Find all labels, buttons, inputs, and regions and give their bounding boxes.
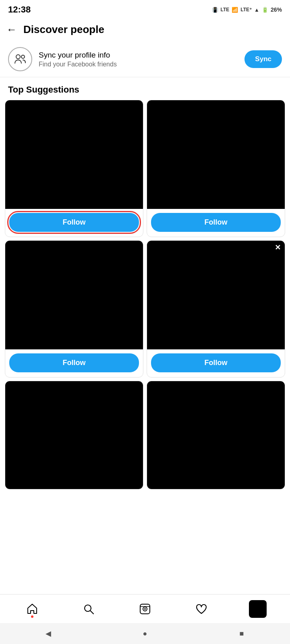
suggestion-card-5 xyxy=(5,381,143,489)
sync-subtitle: Find your Facebook friends xyxy=(39,61,238,68)
top-suggestions-title: Top Suggestions xyxy=(0,77,290,100)
suggestion-card-3: Follow xyxy=(5,240,143,378)
svg-point-0 xyxy=(16,55,20,59)
page-title: Discover people xyxy=(23,23,104,36)
sync-title: Sync your profile info xyxy=(39,51,238,60)
card-image-3 xyxy=(5,241,143,349)
card-image-4: ✕ xyxy=(147,241,285,349)
svg-line-3 xyxy=(90,611,93,614)
lte-icon: LTE xyxy=(221,7,230,12)
android-recents-icon: ■ xyxy=(240,630,244,638)
follow-button-2[interactable]: Follow xyxy=(151,213,281,232)
android-home-icon: ● xyxy=(143,630,147,638)
people-sync-icon xyxy=(13,52,27,66)
back-button[interactable]: ← xyxy=(6,23,17,36)
reels-icon xyxy=(139,603,151,615)
card-image-2 xyxy=(147,100,285,209)
android-home-button[interactable]: ● xyxy=(133,625,157,642)
vibrate-icon: 📳 xyxy=(212,7,218,13)
wifi-icon: 📶 xyxy=(232,7,238,13)
svg-point-1 xyxy=(21,55,25,58)
battery-pct: 26% xyxy=(271,6,282,13)
suggestions-grid: Follow Follow Follow ✕ Follow xyxy=(0,100,290,489)
suggestion-card-6 xyxy=(147,381,285,489)
nav-reels[interactable] xyxy=(129,597,161,621)
suggestion-card-1: Follow xyxy=(5,100,143,237)
sync-text-container: Sync your profile info Find your Faceboo… xyxy=(39,51,238,68)
sync-icon-circle xyxy=(8,47,32,71)
sync-section: Sync your profile info Find your Faceboo… xyxy=(0,41,290,77)
nav-profile[interactable] xyxy=(242,597,274,621)
close-button-4[interactable]: ✕ xyxy=(275,244,281,251)
search-icon xyxy=(82,603,95,615)
android-nav-bar: ◀ ● ■ xyxy=(0,623,290,644)
header: ← Discover people xyxy=(0,18,290,41)
card-image-1 xyxy=(5,100,143,209)
profile-avatar xyxy=(249,600,267,618)
suggestion-card-2: Follow xyxy=(147,100,285,237)
status-time: 12:38 xyxy=(8,4,31,15)
status-icons: 📳 LTE 📶 LTE⁺ ▲ 🔋 26% xyxy=(212,6,282,13)
android-back-button[interactable]: ◀ xyxy=(36,625,60,642)
follow-button-4[interactable]: Follow xyxy=(151,353,281,372)
suggestion-card-4: ✕ Follow xyxy=(147,240,285,378)
battery-icon: 🔋 xyxy=(262,7,268,13)
android-recents-button[interactable]: ■ xyxy=(230,625,254,642)
home-icon xyxy=(26,603,39,615)
follow-button-1[interactable]: Follow xyxy=(9,213,139,232)
nav-search[interactable] xyxy=(72,597,105,621)
card-image-6 xyxy=(147,381,285,489)
follow-button-3[interactable]: Follow xyxy=(9,353,139,372)
android-back-icon: ◀ xyxy=(46,629,51,638)
status-bar: 12:38 📳 LTE 📶 LTE⁺ ▲ 🔋 26% xyxy=(0,0,290,18)
card-image-5 xyxy=(5,381,143,489)
home-notification-dot xyxy=(31,615,33,618)
nav-home[interactable] xyxy=(16,597,48,621)
bottom-nav xyxy=(0,594,290,623)
lte2-icon: LTE⁺ xyxy=(240,7,252,12)
signal-icon: ▲ xyxy=(254,7,259,13)
svg-point-6 xyxy=(144,608,146,610)
nav-activity[interactable] xyxy=(185,597,218,621)
heart-icon xyxy=(195,603,208,615)
sync-button[interactable]: Sync xyxy=(244,50,282,68)
